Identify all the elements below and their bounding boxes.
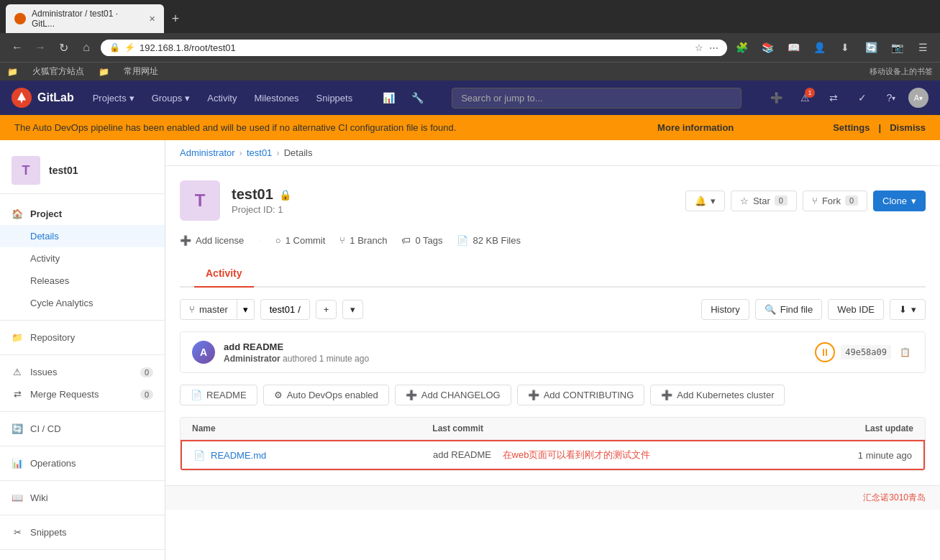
bookmark-foxnews[interactable]: 火狐官方站点 bbox=[29, 64, 87, 79]
chart-icon-btn[interactable]: 📊 bbox=[377, 86, 400, 109]
sidebar-item-snippets[interactable]: ✂ Snippets bbox=[0, 521, 165, 543]
search-icon: 🔍 bbox=[765, 304, 776, 315]
sidebar-item-repository[interactable]: 📁 Repository bbox=[0, 326, 165, 349]
sync-icon[interactable]: 🔄 bbox=[861, 37, 881, 58]
nav-projects[interactable]: Projects ▾ bbox=[86, 88, 142, 108]
sidebar-project-header: T test01 bbox=[0, 147, 165, 194]
history-button[interactable]: History bbox=[701, 299, 749, 320]
add-contributing-button[interactable]: ➕ Add CONTRIBUTING bbox=[517, 385, 645, 405]
sidebar-wiki-section: 📖 Wiki bbox=[0, 484, 165, 512]
tab-favicon bbox=[14, 13, 26, 24]
address-bar[interactable]: 🔒 ⚡ ☆ ⋯ bbox=[101, 40, 727, 56]
nav-activity[interactable]: Activity bbox=[200, 88, 244, 108]
find-file-button[interactable]: 🔍 Find file bbox=[755, 299, 823, 320]
branch-caret-button[interactable]: ▾ bbox=[237, 299, 255, 320]
add-kubernetes-button[interactable]: ➕ Add Kubernetes cluster bbox=[650, 385, 785, 405]
address-input[interactable] bbox=[140, 42, 690, 53]
header-search[interactable] bbox=[452, 88, 741, 109]
breadcrumb-admin[interactable]: Administrator bbox=[180, 147, 235, 158]
sidebar-project-name[interactable]: test01 bbox=[49, 165, 78, 176]
sidebar-item-details[interactable]: Details bbox=[0, 225, 165, 247]
commit-hash[interactable]: 49e58a09 bbox=[841, 345, 891, 359]
todos-icon-btn[interactable]: ✓ bbox=[851, 86, 874, 109]
sidebar-item-releases[interactable]: Releases bbox=[0, 270, 165, 292]
bookmark-star-icon[interactable]: ☆ bbox=[695, 42, 703, 53]
notification-button[interactable]: 🔔 ▾ bbox=[685, 191, 725, 211]
sidebar-item-settings[interactable]: ⚙ Settings bbox=[0, 556, 165, 560]
nav-milestones[interactable]: Milestones bbox=[247, 88, 306, 108]
reading-mode-icon[interactable]: 📖 bbox=[783, 37, 803, 58]
account-icon[interactable]: 👤 bbox=[809, 37, 829, 58]
merge-requests-icon: ⇄ bbox=[12, 389, 23, 400]
add-file-button[interactable]: + bbox=[316, 300, 337, 319]
bookmark-label: 火狐官方站点 bbox=[32, 65, 84, 78]
extensions-icon[interactable]: 🧩 bbox=[731, 37, 752, 58]
auto-devops-button[interactable]: ⚙ Auto DevOps enabled bbox=[263, 385, 389, 405]
sidebar-divider-5 bbox=[0, 480, 165, 481]
forward-button[interactable]: → bbox=[30, 37, 50, 58]
home-button[interactable]: ⌂ bbox=[76, 37, 96, 58]
file-name-cell[interactable]: 📄 README.md bbox=[193, 450, 433, 461]
branch-dropdown-button[interactable]: ⑂ master bbox=[180, 299, 237, 320]
new-tab-button[interactable]: + bbox=[167, 10, 184, 27]
banner-dismiss-link[interactable]: Dismiss bbox=[890, 122, 926, 133]
project-title-row: T test01 🔒 Project ID: 1 🔔 ▾ bbox=[180, 180, 926, 221]
merge-request-icon-btn[interactable]: ⇄ bbox=[822, 86, 845, 109]
bookmark-common[interactable]: 常用网址 bbox=[121, 64, 161, 79]
commit-info: add README Administrator authored 1 minu… bbox=[224, 341, 806, 364]
nav-snippets[interactable]: Snippets bbox=[309, 88, 360, 108]
sidebar-item-issues[interactable]: ⚠ Issues 0 bbox=[0, 361, 165, 383]
sidebar-item-cicd[interactable]: 🔄 CI / CD bbox=[0, 418, 165, 440]
gitlab-logo[interactable]: GitLab bbox=[12, 88, 74, 108]
download-icon[interactable]: ⬇ bbox=[835, 37, 855, 58]
banner-settings-link[interactable]: Settings bbox=[833, 122, 870, 133]
refresh-button[interactable]: ↻ bbox=[53, 37, 73, 58]
branch-selector: ⑂ master ▾ bbox=[180, 299, 255, 320]
project-avatar-large: T bbox=[180, 180, 220, 221]
commit-message[interactable]: add README bbox=[224, 341, 806, 352]
sidebar-item-activity[interactable]: Activity bbox=[0, 247, 165, 270]
download-button[interactable]: ⬇ ▾ bbox=[890, 299, 926, 320]
sidebar-item-merge-requests[interactable]: ⇄ Merge Requests 0 bbox=[0, 383, 165, 405]
issues-icon-btn[interactable]: ⚠ 1 bbox=[793, 86, 816, 109]
sidebar-item-wiki[interactable]: 📖 Wiki bbox=[0, 487, 165, 509]
more-options-icon[interactable]: ⋯ bbox=[709, 42, 718, 53]
stat-add-license[interactable]: ➕ Add license bbox=[180, 235, 244, 246]
stat-commits[interactable]: ○ 1 Commit bbox=[275, 235, 325, 246]
copy-hash-button[interactable]: 📋 bbox=[897, 346, 913, 359]
user-avatar[interactable]: A ▾ bbox=[908, 88, 928, 108]
preferences-icon[interactable]: ☰ bbox=[913, 37, 933, 58]
stat-branches[interactable]: ⑂ 1 Branch bbox=[339, 235, 387, 246]
chevron-down-icon-user: ▾ bbox=[919, 94, 923, 102]
banner-more-info-link[interactable]: More information bbox=[657, 122, 734, 133]
breadcrumb: Administrator › test01 › Details bbox=[165, 140, 940, 166]
plus-dropdown-button[interactable]: ▾ bbox=[342, 300, 363, 319]
search-input[interactable] bbox=[452, 88, 741, 109]
help-icon-btn[interactable]: ? ▾ bbox=[880, 86, 903, 109]
breadcrumb-test01[interactable]: test01 bbox=[247, 147, 272, 158]
clone-button[interactable]: Clone ▾ bbox=[873, 191, 926, 211]
wrench-icon-btn[interactable]: 🔧 bbox=[406, 86, 429, 109]
nav-groups[interactable]: Groups ▾ bbox=[145, 88, 198, 108]
screenshot-icon[interactable]: 📷 bbox=[887, 37, 907, 58]
lock-icon: 🔒 bbox=[279, 189, 291, 201]
web-ide-button[interactable]: Web IDE bbox=[828, 299, 884, 320]
sidebar-item-cycle-analytics[interactable]: Cycle Analytics bbox=[0, 292, 165, 314]
sidebar-item-project[interactable]: 🏠 Project bbox=[0, 203, 165, 225]
active-tab[interactable]: Administrator / test01 · GitL... ✕ bbox=[6, 4, 164, 33]
back-button[interactable]: ← bbox=[7, 37, 27, 58]
footer-watermark: 汇念诺3010青岛 bbox=[165, 485, 940, 510]
stat-tags[interactable]: 🏷 0 Tags bbox=[401, 235, 442, 246]
fork-button[interactable]: ⑂ Fork 0 bbox=[803, 191, 867, 211]
star-button[interactable]: ☆ Star 0 bbox=[731, 191, 797, 211]
sidebar-item-operations[interactable]: 📊 Operations bbox=[0, 452, 165, 474]
add-changelog-button[interactable]: ➕ Add CHANGELOG bbox=[395, 385, 511, 405]
project-id-text: Project ID: 1 bbox=[232, 204, 291, 215]
pipeline-status-icon[interactable]: ⏸ bbox=[815, 342, 835, 362]
library-icon[interactable]: 📚 bbox=[757, 37, 777, 58]
sidebar-divider-7 bbox=[0, 549, 165, 550]
tab-close-button[interactable]: ✕ bbox=[149, 14, 155, 24]
readme-button[interactable]: 📄 README bbox=[180, 385, 257, 405]
create-icon-btn[interactable]: ➕ bbox=[765, 86, 788, 109]
tab-activity[interactable]: Activity bbox=[194, 260, 254, 288]
